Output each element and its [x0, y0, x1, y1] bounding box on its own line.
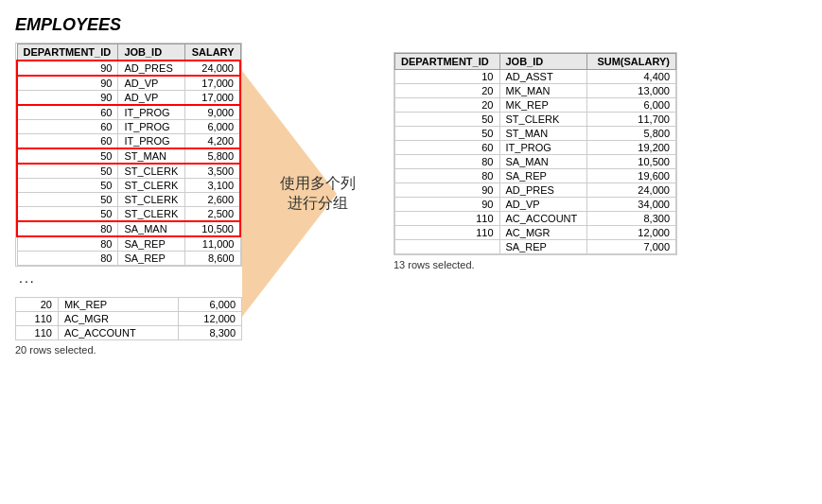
- left-table-row: 90AD_VP17,000: [17, 76, 240, 91]
- right-table-row: 90AD_VP34,000: [395, 198, 676, 212]
- left-col-salary: SALARY: [185, 44, 241, 61]
- right-table-row: 50ST_MAN5,800: [395, 127, 676, 141]
- left-col-dept: DEPARTMENT_ID: [17, 44, 118, 61]
- right-col-job: JOB_ID: [499, 54, 587, 70]
- left-table-row: 50ST_CLERK2,500: [17, 207, 240, 222]
- right-table-container: DEPARTMENT_ID JOB_ID SUM(SALARY) 10AD_AS…: [394, 52, 677, 255]
- left-table-row: 50ST_MAN5,800: [17, 148, 240, 164]
- right-table-row: 80SA_REP19,600: [395, 169, 676, 183]
- left-section: DEPARTMENT_ID JOB_ID SALARY 90AD_PRES24,…: [15, 43, 242, 356]
- left-table-row: 80SA_MAN10,500: [17, 221, 240, 236]
- right-table-row: 20MK_REP6,000: [395, 98, 676, 113]
- right-table-row: 90AD_PRES24,000: [395, 183, 676, 198]
- svg-marker-0: [242, 71, 337, 317]
- left-table-row: 50ST_CLERK3,100: [17, 179, 240, 193]
- left-table-row: 50ST_CLERK3,500: [17, 164, 240, 179]
- right-rows-selected: 13 rows selected.: [394, 259, 677, 270]
- left-table: DEPARTMENT_ID JOB_ID SALARY 90AD_PRES24,…: [16, 43, 241, 266]
- left-table-row: 60IT_PROG9,000: [17, 105, 240, 120]
- right-table-row: 10AD_ASST4,400: [395, 70, 676, 84]
- right-table-row: SA_REP7,000: [395, 240, 676, 254]
- left-table-row: 80SA_REP8,600: [17, 252, 240, 266]
- left-rows-selected: 20 rows selected.: [15, 344, 242, 356]
- left-table-container: DEPARTMENT_ID JOB_ID SALARY 90AD_PRES24,…: [15, 43, 242, 267]
- bottom-table: 20MK_REP6,000110AC_MGR12,000110AC_ACCOUN…: [15, 297, 242, 340]
- funnel-container: 使用多个列 进行分组: [242, 71, 394, 317]
- right-table-row: 80SA_MAN10,500: [395, 155, 676, 169]
- left-table-header-row: DEPARTMENT_ID JOB_ID SALARY: [17, 44, 240, 61]
- left-col-job: JOB_ID: [118, 44, 185, 61]
- right-section: DEPARTMENT_ID JOB_ID SUM(SALARY) 10AD_AS…: [394, 52, 677, 270]
- right-table-row: 60IT_PROG19,200: [395, 141, 676, 155]
- bottom-table-row: 20MK_REP6,000: [16, 298, 242, 312]
- right-table-header-row: DEPARTMENT_ID JOB_ID SUM(SALARY): [395, 54, 676, 70]
- page-title: EMPLOYEES: [15, 15, 807, 35]
- left-table-row: 90AD_PRES24,000: [17, 61, 240, 76]
- ellipsis: ...: [15, 267, 242, 289]
- right-table-row: 20MK_MAN13,000: [395, 84, 676, 98]
- bottom-rows-container: 20MK_REP6,000110AC_MGR12,000110AC_ACCOUN…: [15, 297, 242, 340]
- bottom-table-row: 110AC_ACCOUNT8,300: [16, 326, 242, 340]
- left-table-row: 90AD_VP17,000: [17, 91, 240, 106]
- funnel-arrow: [242, 71, 394, 317]
- left-table-row: 60IT_PROG4,200: [17, 134, 240, 149]
- right-table-row: 110AC_ACCOUNT8,300: [395, 212, 676, 226]
- left-table-row: 50ST_CLERK2,600: [17, 193, 240, 207]
- left-table-row: 60IT_PROG6,000: [17, 120, 240, 134]
- bottom-table-row: 110AC_MGR12,000: [16, 312, 242, 326]
- left-table-row: 80SA_REP11,000: [17, 236, 240, 252]
- right-col-dept: DEPARTMENT_ID: [395, 54, 500, 70]
- right-table-row: 50ST_CLERK11,700: [395, 113, 676, 127]
- right-col-sum: SUM(SALARY): [587, 54, 676, 70]
- right-table-row: 110AC_MGR12,000: [395, 226, 676, 240]
- right-table: DEPARTMENT_ID JOB_ID SUM(SALARY) 10AD_AS…: [394, 53, 676, 254]
